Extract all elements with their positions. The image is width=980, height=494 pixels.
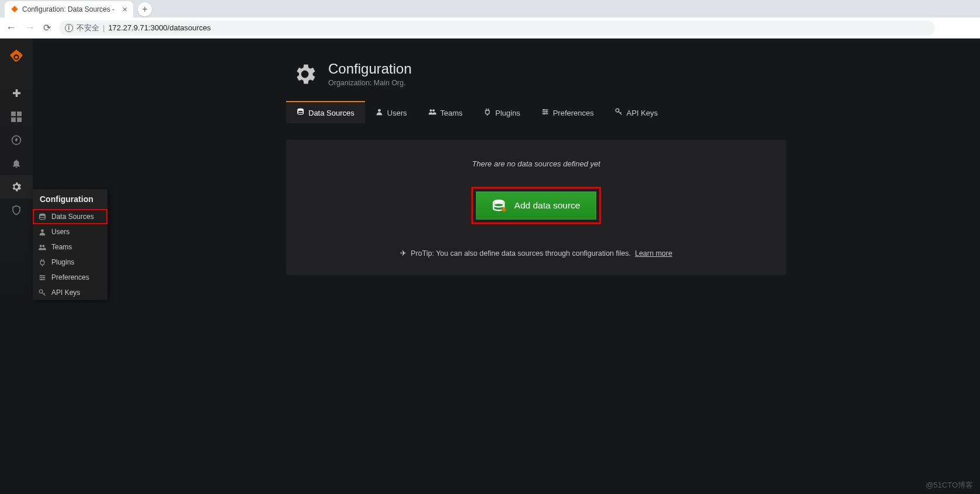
bell-icon <box>11 158 22 169</box>
popup-item-users[interactable]: Users <box>33 224 107 239</box>
watermark: @51CTO博客 <box>926 480 973 490</box>
popup-item-label: API Keys <box>51 288 80 297</box>
browser-toolbar: ← → ⟳ i 不安全 | 172.27.9.71:3000/datasourc… <box>0 18 980 39</box>
tabs-row: Data SourcesUsersTeamsPluginsPreferences… <box>286 101 980 123</box>
url-bar[interactable]: i 不安全 | 172.27.9.71:3000/datasources <box>59 20 935 36</box>
svg-point-11 <box>42 245 44 247</box>
main-content: Configuration Organization: Main Org. Da… <box>33 39 980 494</box>
database-icon <box>297 108 304 117</box>
popup-item-data-sources[interactable]: Data Sources <box>33 209 107 224</box>
gear-icon-large <box>292 61 318 87</box>
tab-teams[interactable]: Teams <box>418 101 473 123</box>
apps-icon <box>11 112 22 122</box>
svg-point-21 <box>543 109 544 110</box>
svg-point-17 <box>298 110 304 113</box>
new-tab-button[interactable]: + <box>138 2 152 16</box>
page-header: Configuration Organization: Main Org. <box>33 39 980 87</box>
browser-tab[interactable]: Configuration: Data Sources - × <box>5 1 133 18</box>
popup-item-api-keys[interactable]: API Keys <box>33 285 107 300</box>
svg-rect-2 <box>11 112 16 116</box>
tab-label: Preferences <box>553 109 594 117</box>
empty-message: There are no data sources defined yet <box>304 157 769 168</box>
sidebar-dashboards[interactable] <box>0 105 33 128</box>
popup-item-label: Teams <box>51 243 72 251</box>
svg-point-8 <box>39 215 45 217</box>
popup-item-label: Plugins <box>51 258 74 266</box>
svg-point-13 <box>43 277 44 278</box>
tab-data-sources[interactable]: Data Sources <box>286 101 365 123</box>
svg-point-23 <box>543 113 544 114</box>
grafana-logo[interactable] <box>0 43 33 71</box>
sidebar-config-popup: Configuration Data SourcesUsersTeamsPlug… <box>33 189 107 300</box>
plug-icon <box>484 108 491 117</box>
compass-icon <box>11 135 22 145</box>
tab-preferences[interactable]: Preferences <box>531 101 604 123</box>
sidebar: ✚ Configuration Data SourcesUsersTeamsPl… <box>0 39 33 494</box>
sidebar-explore[interactable] <box>0 128 33 152</box>
database-icon <box>37 213 47 221</box>
gear-icon <box>11 181 22 193</box>
svg-rect-5 <box>17 117 22 122</box>
popup-item-label: Preferences <box>51 273 89 281</box>
sidebar-create[interactable]: ✚ <box>0 82 33 105</box>
user-icon <box>37 228 47 236</box>
browser-tab-strip: Configuration: Data Sources - × + <box>0 0 980 18</box>
svg-point-19 <box>429 109 432 112</box>
learn-more-link[interactable]: Learn more <box>635 249 672 258</box>
svg-point-24 <box>616 109 619 112</box>
users-icon <box>428 108 436 117</box>
url-text: 172.27.9.71:3000/datasources <box>108 23 211 32</box>
svg-point-12 <box>40 275 41 276</box>
add-data-source-button[interactable]: Add data source <box>476 192 596 220</box>
svg-point-15 <box>39 290 43 293</box>
sidebar-alerting[interactable] <box>0 152 33 175</box>
tab-plugins[interactable]: Plugins <box>473 101 531 123</box>
close-tab-icon[interactable]: × <box>123 5 127 14</box>
svg-point-18 <box>378 109 381 112</box>
shield-icon <box>11 205 22 215</box>
plug-icon <box>37 259 47 266</box>
sliders-icon <box>37 274 47 281</box>
sliders-icon <box>541 108 549 117</box>
sidebar-server-admin[interactable] <box>0 199 33 222</box>
popup-item-plugins[interactable]: Plugins <box>33 255 107 270</box>
content-panel: There are no data sources defined yet Ad… <box>286 140 786 275</box>
grafana-favicon <box>11 5 19 13</box>
page-subtitle: Organization: Main Org. <box>328 79 412 87</box>
page-title: Configuration <box>328 61 412 77</box>
svg-point-9 <box>41 229 44 232</box>
key-icon <box>615 108 623 117</box>
plus-icon: ✚ <box>12 87 21 100</box>
popup-item-label: Users <box>51 228 69 236</box>
svg-point-22 <box>545 111 547 112</box>
svg-point-14 <box>40 279 41 280</box>
browser-tab-title: Configuration: Data Sources - <box>22 5 114 13</box>
popup-header: Configuration <box>33 189 107 209</box>
forward-button[interactable]: → <box>25 22 35 34</box>
tab-label: Users <box>387 109 407 117</box>
svg-rect-28 <box>502 209 506 211</box>
tab-api-keys[interactable]: API Keys <box>604 101 668 123</box>
users-icon <box>37 243 47 251</box>
back-button[interactable]: ← <box>6 22 16 34</box>
protip-text: ProTip: You can also define data sources… <box>411 249 631 258</box>
svg-rect-4 <box>11 117 16 122</box>
popup-item-label: Data Sources <box>51 213 94 221</box>
popup-item-preferences[interactable]: Preferences <box>33 270 107 285</box>
svg-point-20 <box>432 109 435 112</box>
tab-users[interactable]: Users <box>365 101 418 123</box>
add-button-label: Add data source <box>515 200 581 211</box>
svg-point-1 <box>15 55 18 58</box>
tab-label: Data Sources <box>308 109 355 117</box>
svg-point-26 <box>494 203 504 207</box>
security-label: 不安全 <box>77 23 99 33</box>
svg-rect-3 <box>17 112 22 116</box>
reload-button[interactable]: ⟳ <box>43 22 51 33</box>
tab-label: Plugins <box>495 109 520 117</box>
popup-item-teams[interactable]: Teams <box>33 239 107 255</box>
protip: ✈ ProTip: You can also define data sourc… <box>304 249 769 258</box>
sidebar-configuration[interactable] <box>0 175 33 199</box>
info-icon: i <box>65 24 73 32</box>
user-icon <box>376 108 383 117</box>
rocket-icon: ✈ <box>400 249 406 258</box>
